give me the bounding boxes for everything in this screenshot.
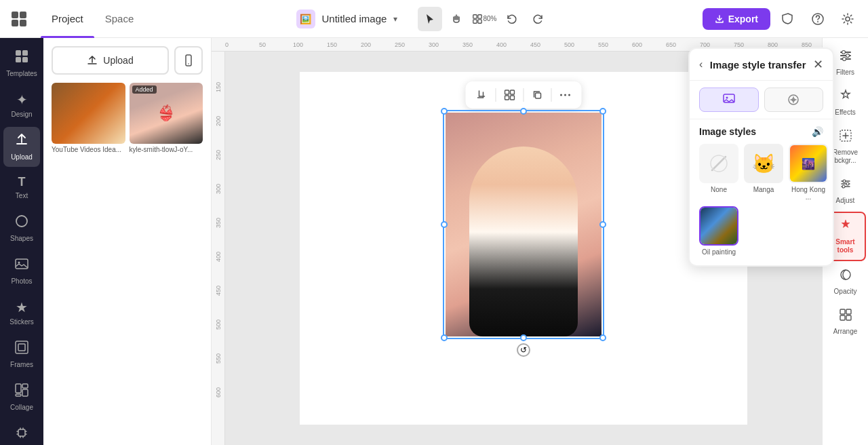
svg-rect-54: [846, 315, 851, 320]
more-options-btn[interactable]: [555, 84, 576, 106]
svg-rect-23: [18, 429, 25, 436]
style-name-hk: Hong Kong ...: [789, 186, 828, 201]
ruler-mark-150: 150: [327, 41, 361, 48]
stickers-icon: ★: [16, 299, 28, 315]
nav-tabs: Project Space: [41, 0, 144, 38]
style-tab-style[interactable]: [699, 88, 759, 112]
topbar: Project Space 🖼️ Untitled image ▾ 80%: [0, 0, 868, 38]
svg-rect-19: [16, 384, 21, 393]
style-tab-ai[interactable]: [764, 88, 824, 112]
sidebar-item-text[interactable]: T Text: [3, 170, 40, 206]
zoom-label: 80%: [483, 15, 496, 22]
svg-point-47: [843, 180, 846, 182]
canvas-image-container[interactable]: ↺: [446, 113, 601, 336]
sidebar-item-photos[interactable]: Photos: [3, 251, 40, 291]
svg-point-48: [846, 182, 849, 185]
style-item-hk[interactable]: 🌆 Hong Kong ...: [789, 144, 828, 201]
oil-image: [701, 208, 737, 244]
frames-icon: [14, 340, 29, 358]
svg-rect-1: [20, 12, 26, 18]
canvas-image[interactable]: ↺: [446, 113, 601, 336]
sidebar-item-plugins[interactable]: Plugins: [3, 420, 40, 445]
style-panel-tabs: [690, 81, 833, 119]
design-icon: ✦: [16, 92, 28, 108]
layout-arrange-btn[interactable]: [499, 84, 521, 106]
sidebar-label-frames: Frames: [10, 361, 33, 369]
ruler-mark-650: 650: [666, 41, 700, 48]
chevron-down-icon[interactable]: ▾: [393, 14, 397, 24]
upload-button[interactable]: Upload: [52, 46, 169, 75]
rs-item-opacity[interactable]: Opacity: [825, 263, 866, 301]
svg-point-50: [841, 270, 850, 279]
ruler-mark-450: 450: [530, 41, 564, 48]
sidebar-item-stickers[interactable]: ★ Stickers: [3, 294, 40, 332]
sidebar-item-collage[interactable]: Collage: [3, 377, 40, 417]
crop-btn[interactable]: [471, 84, 493, 106]
export-button[interactable]: Export: [703, 8, 770, 30]
svg-rect-26: [505, 90, 509, 94]
mobile-btn[interactable]: [174, 46, 203, 75]
style-item-manga[interactable]: 🐱 Manga: [744, 144, 783, 201]
logo-icon[interactable]: [8, 8, 30, 30]
svg-rect-53: [840, 315, 845, 320]
rs-label-filters: Filters: [836, 69, 854, 77]
topbar-right: Export: [703, 7, 860, 31]
svg-point-31: [560, 94, 562, 96]
style-thumb-manga: 🐱: [744, 144, 783, 183]
thumb-img-1: [52, 83, 125, 144]
style-item-oil[interactable]: Oil painting: [699, 206, 738, 256]
svg-point-35: [726, 97, 728, 99]
style-section-title: Image styles: [699, 126, 756, 137]
layout-tool-btn[interactable]: 80%: [472, 7, 496, 31]
svg-rect-52: [846, 309, 851, 314]
style-name-oil: Oil painting: [702, 248, 736, 256]
file-title: Untitled image: [322, 13, 387, 24]
svg-point-44: [846, 54, 849, 58]
floating-toolbar: [466, 81, 582, 109]
svg-line-38: [712, 157, 726, 170]
duplicate-btn[interactable]: [527, 84, 549, 106]
shield-icon-btn[interactable]: [776, 7, 800, 31]
ruler-mark-800: 800: [768, 41, 802, 48]
upload-panel: Upload YouTube Videos Idea... 👙 Added ky…: [43, 38, 212, 445]
sidebar-label-upload: Upload: [11, 153, 33, 161]
sidebar-label-design: Design: [11, 111, 32, 119]
effects-icon: [839, 89, 852, 106]
sidebar-label-stickers: Stickers: [9, 318, 34, 326]
svg-point-43: [842, 51, 845, 54]
style-panel-back-btn[interactable]: ‹: [699, 58, 703, 71]
svg-rect-18: [18, 344, 25, 351]
sidebar-item-upload[interactable]: Upload: [3, 127, 40, 167]
left-sidebar: Templates ✦ Design Upload T Text Shapes: [0, 38, 43, 445]
svg-rect-28: [505, 96, 509, 100]
style-item-none[interactable]: None: [699, 144, 738, 201]
rotate-handle[interactable]: ↺: [517, 343, 530, 357]
undo-btn[interactable]: [499, 7, 524, 31]
svg-point-33: [568, 94, 570, 96]
sidebar-item-templates[interactable]: Templates: [3, 43, 40, 83]
upload-icon: [14, 132, 29, 151]
settings-icon-btn[interactable]: [835, 7, 860, 31]
style-panel-close-btn[interactable]: ✕: [813, 57, 823, 72]
canvas-bg[interactable]: ↺: [300, 72, 747, 425]
rs-label-effects: Effects: [835, 109, 855, 117]
thumb-img-2: 👙 Added: [130, 83, 203, 144]
sidebar-item-shapes[interactable]: Shapes: [3, 208, 40, 248]
help-icon-btn[interactable]: [806, 7, 830, 31]
speaker-icon[interactable]: 🔊: [812, 126, 823, 137]
thumb-item-1[interactable]: YouTube Videos Idea...: [52, 83, 125, 153]
sidebar-item-frames[interactable]: Frames: [3, 334, 40, 374]
svg-point-25: [188, 63, 189, 64]
tab-space[interactable]: Space: [94, 0, 145, 38]
thumb-item-2[interactable]: 👙 Added kyle-smith-tlowJ-oY...: [130, 83, 203, 153]
ruler-mark-350: 350: [462, 41, 496, 48]
tab-project[interactable]: Project: [41, 0, 94, 38]
rs-label-opacity: Opacity: [834, 288, 857, 296]
redo-btn[interactable]: [526, 7, 551, 31]
rs-item-arrange[interactable]: Arrange: [825, 303, 866, 341]
cursor-tool-btn[interactable]: [418, 7, 442, 31]
ruler-mark-400: 400: [496, 41, 530, 48]
sidebar-item-design[interactable]: ✦ Design: [3, 86, 40, 124]
hand-tool-btn[interactable]: [445, 7, 469, 31]
ruler-mark-250: 250: [395, 41, 429, 48]
